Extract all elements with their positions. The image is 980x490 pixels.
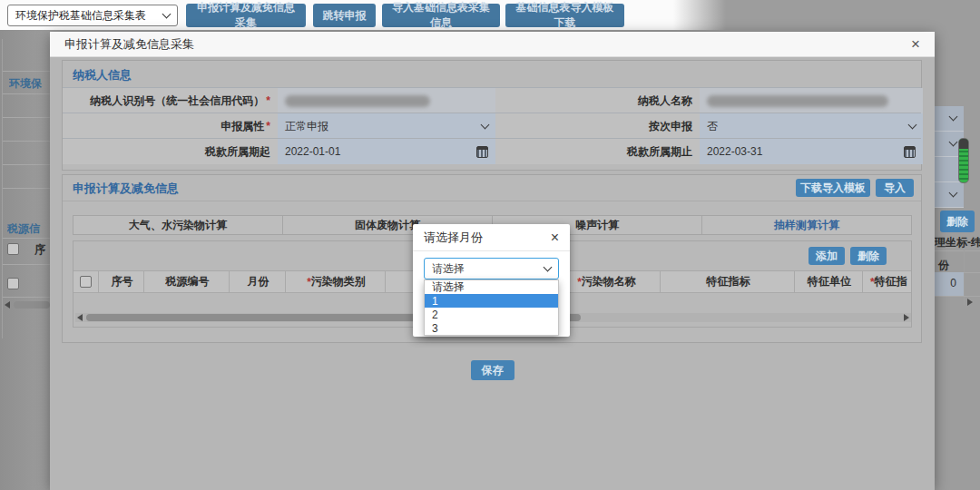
month-option[interactable]: 请选择 (425, 280, 558, 294)
scroll-left-icon[interactable] (5, 301, 10, 309)
taxpayer-id-field[interactable] (278, 88, 495, 113)
month-option-list: 请选择 1 2 3 (424, 279, 559, 336)
chevron-down-icon (949, 113, 958, 122)
redacted-value (707, 95, 888, 107)
scroll-right-icon[interactable] (904, 314, 909, 321)
dialog-header: 请选择月份 × (413, 224, 570, 251)
form-row: 纳税人识别号（统一社会信用代码）* 纳税人名称 (63, 87, 921, 113)
bg-select-row[interactable] (935, 182, 964, 208)
bg-select-row[interactable] (935, 106, 964, 132)
close-icon[interactable]: × (911, 36, 920, 52)
app-root: 环境保护税基础信息采集表 申报计算及减免信息采集 跳转申报 导入基础信息表采集信… (0, 0, 980, 490)
chevron-down-icon (908, 121, 917, 130)
background-left-strip: 环境保 税源信 序 (0, 30, 50, 490)
bg-panel-title: 环境保 (9, 76, 50, 92)
select-all-cell (74, 270, 99, 293)
jump-declare-button[interactable]: 跳转申报 (313, 4, 376, 27)
declare-attr-select[interactable]: 正常申报 (278, 113, 495, 139)
close-icon[interactable]: × (551, 230, 559, 245)
period-end-datepicker[interactable]: 2022-03-31 (700, 139, 923, 164)
modal-header: 申报计算及减免信息采集 × (50, 32, 935, 57)
col-feature-unit: 特征单位 (795, 270, 863, 293)
background-right-strip: 删除 理坐标-纬 份 0 (935, 30, 980, 490)
delete-row-button[interactable]: 删除 (850, 247, 887, 265)
dialog-title: 请选择月份 (424, 230, 551, 246)
period-end-label: 税款所属期止 (495, 139, 700, 164)
bg-cell-value: 0 (950, 277, 956, 289)
bg-col-fragment: 理坐标-纬 (935, 235, 980, 250)
bg-section-title: 税源信 (7, 221, 50, 237)
import-basic-info-button[interactable]: 导入基础信息表采集信息 (382, 4, 500, 27)
month-select[interactable]: 请选择 (424, 258, 559, 279)
bg-cell: 0 (935, 272, 964, 296)
import-button[interactable]: 导入 (876, 179, 914, 197)
col-month: 月份 (230, 270, 286, 293)
bg-col-fragment-2: 份 (938, 258, 949, 273)
taxpayer-id-label: 纳税人识别号（统一社会信用代码）* (63, 88, 278, 113)
scroll-left-icon[interactable] (77, 314, 83, 321)
bg-delete-button[interactable]: 删除 (940, 211, 975, 232)
chevron-down-icon (949, 138, 958, 147)
form-type-select-value: 环境保护税基础信息采集表 (15, 8, 163, 24)
col-feature-index: 特征指标 (661, 270, 795, 293)
save-button[interactable]: 保存 (471, 360, 514, 380)
add-row-button[interactable]: 添加 (808, 247, 845, 265)
col-feature-value: *特征指 (863, 270, 911, 293)
vertical-scrollbar-green[interactable] (958, 138, 969, 183)
collect-declare-calc-button[interactable]: 申报计算及减免信息采集 (186, 4, 306, 27)
form-row: 税款所属期起 2022-01-01 税款所属期止 2022-03-31 (63, 138, 921, 163)
per-time-declare-label: 按次申报 (495, 113, 700, 139)
col-seq: 序号 (99, 270, 144, 293)
tab-sampling[interactable]: 抽样测算计算 (702, 216, 911, 234)
bg-hscrollbar-thumb[interactable] (14, 301, 50, 309)
month-select-dialog: 请选择月份 × 请选择 请选择 1 2 3 (413, 224, 570, 337)
chevron-down-icon (162, 10, 172, 19)
form-row: 申报属性* 正常申报 按次申报 否 (63, 113, 921, 138)
required-asterisk: * (266, 120, 270, 132)
download-basic-template-button[interactable]: 基础信息表导入模板下载 (505, 4, 624, 27)
month-option-highlighted[interactable]: 1 (425, 294, 558, 308)
month-option[interactable]: 3 (425, 321, 558, 335)
form-type-select[interactable]: 环境保护税基础信息采集表 (7, 5, 178, 26)
month-select-value: 请选择 (432, 261, 544, 277)
period-start-datepicker[interactable]: 2022-01-01 (278, 139, 495, 164)
calc-section-title: 申报计算及减免信息 (73, 181, 179, 197)
chevron-down-icon (544, 263, 553, 272)
bg-row-checkbox[interactable] (7, 278, 19, 289)
taxpayer-name-field[interactable] (700, 88, 923, 113)
taxpayer-info-panel: 纳税人信息 纳税人识别号（统一社会信用代码）* 纳税人名称 申报 (62, 60, 922, 171)
period-start-label: 税款所属期起 (63, 139, 278, 164)
month-option[interactable]: 2 (425, 308, 558, 321)
col-tax-source-no: 税源编号 (144, 270, 230, 293)
taxpayer-section-title: 纳税人信息 (73, 67, 132, 83)
modal-title: 申报计算及减免信息采集 (64, 36, 911, 53)
col-pollutant-category: *污染物类别 (286, 270, 386, 293)
bg-header-checkbox[interactable] (7, 243, 19, 255)
tab-air-water[interactable]: 大气、水污染物计算 (74, 216, 283, 234)
top-toolbar: 环境保护税基础信息采集表 申报计算及减免信息采集 跳转申报 导入基础信息表采集信… (0, 0, 726, 30)
divider (2, 39, 3, 338)
scrollbar-cap (959, 139, 968, 149)
bg-col-header: 序 (34, 242, 45, 258)
chevron-down-icon (949, 189, 958, 198)
calendar-icon (476, 146, 488, 158)
download-template-button[interactable]: 下载导入模板 (796, 179, 870, 197)
taxpayer-name-label: 纳税人名称 (495, 88, 700, 113)
select-all-checkbox[interactable] (80, 276, 92, 288)
scroll-right-icon[interactable] (967, 299, 973, 306)
redacted-value (285, 95, 430, 107)
per-time-declare-select[interactable]: 否 (700, 113, 923, 139)
calendar-icon (904, 146, 916, 158)
declare-attr-label: 申报属性* (63, 113, 278, 139)
required-asterisk: * (266, 94, 270, 107)
chevron-down-icon (481, 121, 490, 130)
